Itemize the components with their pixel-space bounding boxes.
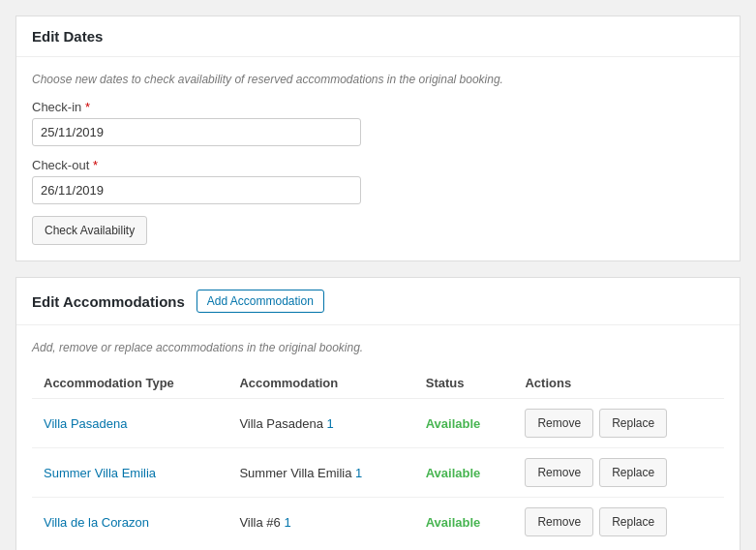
col-status: Status [414,368,514,399]
col-type: Accommodation Type [32,368,227,399]
status-badge: Available [426,416,481,431]
replace-button[interactable]: Replace [599,507,667,536]
replace-button[interactable]: Replace [599,458,667,487]
checkin-label: Check-in * [32,100,724,114]
edit-accommodations-title: Edit Accommodations [32,293,185,310]
table-row: Summer Villa Emilia Summer Villa Emilia … [32,448,724,498]
accommodation-name: Summer Villa Emilia [239,466,355,480]
remove-button[interactable]: Remove [525,409,593,438]
edit-dates-subtitle: Choose new dates to check availability o… [32,73,724,86]
checkout-label: Check-out * [32,158,724,172]
checkin-input[interactable] [32,118,361,146]
accommodation-name: Villa Pasadena [239,416,326,431]
table-row: Villa Pasadena Villa Pasadena 1 Availabl… [32,399,724,448]
accommodations-table: Accommodation Type Accommodation Status … [32,368,724,546]
accommodation-num-link[interactable]: 1 [327,416,334,431]
remove-button[interactable]: Remove [525,507,593,536]
col-actions: Actions [513,368,724,399]
accommodation-name: Villa #6 [239,515,284,530]
replace-button[interactable]: Replace [599,409,667,438]
accommodation-type-link[interactable]: Summer Villa Emilia [44,466,156,480]
remove-button[interactable]: Remove [525,458,593,487]
accommodation-type-link[interactable]: Villa Pasadena [44,416,128,431]
col-accommodation: Accommodation [227,368,413,399]
status-badge: Available [426,466,481,480]
table-row: Villa de la Corazon Villa #6 1 Available… [32,498,724,547]
add-accommodation-button[interactable]: Add Accommodation [197,290,324,313]
edit-dates-title: Edit Dates [16,16,740,57]
accommodation-type-link[interactable]: Villa de la Corazon [44,515,149,530]
edit-accommodations-subtitle: Add, remove or replace accommodations in… [32,341,724,354]
status-badge: Available [426,515,481,530]
check-availability-button[interactable]: Check Availability [32,216,147,245]
accommodation-num-link[interactable]: 1 [284,515,290,530]
accommodation-num-link[interactable]: 1 [355,466,362,480]
checkout-input[interactable] [32,176,361,204]
